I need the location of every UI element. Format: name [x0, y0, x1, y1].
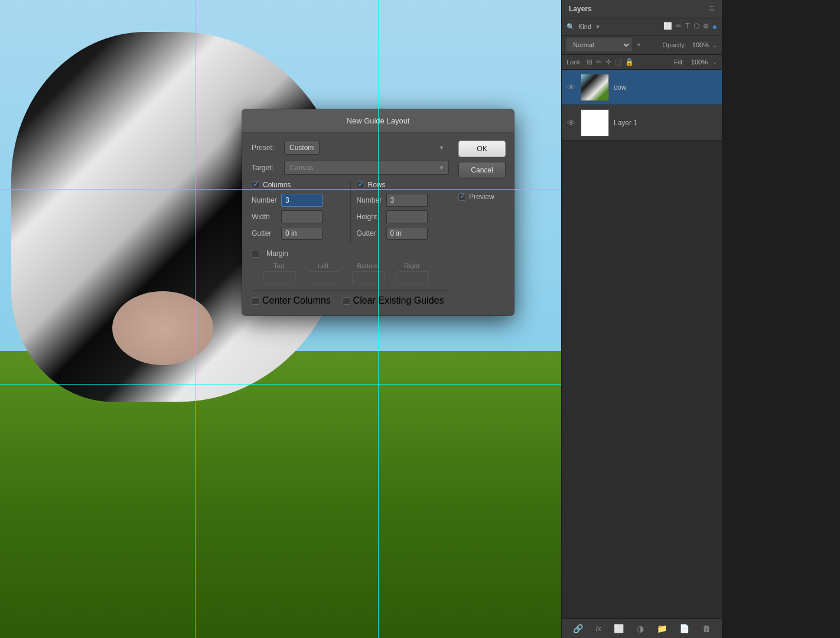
columns-section: Columns Number Width Gutter: [252, 181, 350, 243]
row-gutter-input[interactable]: [386, 227, 428, 240]
delete-layer-icon[interactable]: 🗑: [702, 624, 711, 633]
layers-panel-title: Layers: [569, 5, 592, 13]
col-number-row: Number: [252, 194, 344, 207]
row-height-row: Height: [357, 210, 450, 223]
margin-left-group: Left:: [308, 262, 340, 284]
margin-right-label: Right:: [404, 262, 421, 269]
col-width-row: Width: [252, 210, 344, 223]
panel-header-icons: ☰: [709, 5, 715, 13]
adjustment-icon[interactable]: ◑: [637, 624, 644, 633]
row-number-input[interactable]: [386, 194, 428, 207]
add-mask-icon[interactable]: ⬜: [614, 624, 624, 633]
margin-label: Margin: [266, 249, 288, 258]
target-select[interactable]: Canvas: [284, 161, 449, 175]
row-gutter-row: Gutter: [357, 227, 450, 240]
brush-filter-icon[interactable]: ✏: [676, 22, 682, 31]
col-width-input[interactable]: [281, 210, 323, 223]
margin-top-input[interactable]: [263, 271, 296, 284]
layer-visibility-cow[interactable]: 👁: [566, 83, 576, 92]
margin-checkbox[interactable]: [252, 250, 259, 258]
dialog-side-buttons: OK Cancel Preview: [458, 132, 514, 315]
fx-icon[interactable]: fx: [595, 624, 601, 633]
bottom-checkboxes: Center Columns Clear Existing Guides: [252, 290, 449, 306]
layer-name-layer1: Layer 1: [614, 119, 637, 127]
row-height-input[interactable]: [386, 210, 428, 223]
filter-icons: ⬜ ✏ T ⬡ ⊕ ●: [663, 22, 717, 31]
filter-dropdown-arrow: ▼: [595, 24, 601, 30]
cancel-button[interactable]: Cancel: [458, 162, 506, 178]
margin-right-input[interactable]: [396, 271, 429, 284]
col-gutter-row: Gutter: [252, 227, 344, 240]
row-gutter-label: Gutter: [357, 229, 386, 237]
layer-item-layer1[interactable]: 👁 Layer 1: [562, 105, 722, 141]
panel-toolbar: 🔗 fx ⬜ ◑ 📁 📄 🗑: [562, 619, 722, 638]
lock-all-icon[interactable]: 🔒: [625, 58, 634, 66]
guide-vertical-1: [195, 0, 196, 638]
panel-menu-icon[interactable]: ☰: [709, 5, 715, 13]
filter-row: 🔍 Kind ▼ ⬜ ✏ T ⬡ ⊕ ●: [562, 18, 722, 35]
layer-item-cow[interactable]: 👁 cow: [562, 70, 722, 105]
clear-guides-label[interactable]: Clear Existing Guides: [343, 295, 444, 306]
center-columns-label[interactable]: Center Columns: [252, 295, 331, 306]
col-width-label: Width: [252, 213, 281, 221]
blend-mode-select[interactable]: Normal: [566, 38, 631, 51]
rows-header: Rows: [357, 181, 450, 189]
guide-vertical-2: [378, 0, 379, 638]
new-layer-icon[interactable]: 📄: [679, 624, 689, 633]
col-number-label: Number: [252, 196, 281, 204]
layers-panel: Layers ☰ 🔍 Kind ▼ ⬜ ✏ T ⬡ ⊕ ● Normal ▼ O…: [561, 0, 722, 638]
margin-right-group: Right:: [396, 262, 429, 284]
layer-visibility-layer1[interactable]: 👁: [566, 118, 576, 128]
fill-label: Fill:: [674, 58, 684, 66]
margin-row: Margin: [252, 249, 449, 258]
margin-bottom-input[interactable]: [352, 271, 385, 284]
lock-move-icon[interactable]: ✛: [605, 58, 611, 66]
sections-container: Columns Number Width Gutter: [252, 181, 449, 243]
col-number-input[interactable]: [281, 194, 323, 207]
target-row: Target: Canvas: [252, 161, 449, 175]
lock-icons: ⊞ ✏ ✛ ⬚ 🔒: [587, 58, 634, 66]
fill-arrows: ⌄: [712, 59, 717, 65]
preview-checkbox[interactable]: [458, 193, 466, 201]
lock-pixels-icon[interactable]: ⊞: [587, 58, 592, 66]
layer-thumb-layer1: [581, 109, 609, 136]
center-columns-text: Center Columns: [262, 295, 331, 306]
col-gutter-label: Gutter: [252, 229, 281, 237]
target-label: Target:: [252, 164, 284, 172]
pixel-filter-icon[interactable]: ⬜: [663, 22, 672, 31]
columns-header: Columns: [252, 181, 344, 189]
preset-select[interactable]: Custom: [284, 141, 320, 155]
center-columns-checkbox[interactable]: [252, 297, 259, 305]
clear-guides-checkbox[interactable]: [343, 297, 350, 305]
opacity-arrows: ⌄: [712, 42, 717, 48]
group-layers-icon[interactable]: 📁: [657, 624, 667, 633]
ok-button[interactable]: OK: [458, 141, 506, 157]
margin-top-group: Top:: [263, 262, 296, 284]
cow-nose: [112, 291, 213, 365]
type-filter-icon[interactable]: T: [685, 22, 689, 31]
blend-dropdown-icon: ▼: [636, 42, 642, 48]
layer-thumb-cow-image: [581, 74, 608, 100]
col-gutter-input[interactable]: [281, 227, 323, 240]
row-number-label: Number: [357, 196, 386, 204]
layer-thumb-cow: [581, 74, 609, 101]
lock-brush-icon[interactable]: ✏: [596, 58, 602, 66]
filter-toggle[interactable]: ●: [712, 22, 717, 31]
link-layers-icon[interactable]: 🔗: [573, 624, 583, 633]
opacity-value: 100%: [692, 41, 709, 48]
rows-checkbox[interactable]: [357, 181, 364, 189]
columns-checkbox[interactable]: [252, 181, 259, 189]
shape-filter-icon[interactable]: ⬡: [694, 22, 699, 31]
smart-filter-icon[interactable]: ⊕: [703, 22, 709, 31]
layer-name-cow: cow: [614, 83, 626, 92]
margin-left-label: Left:: [318, 262, 330, 269]
lock-label: Lock:: [566, 58, 582, 66]
dialog-main: Preset: Custom Target: Canvas: [242, 132, 458, 315]
preview-area: Preview: [458, 193, 506, 201]
rows-section: Rows Number Height Gutter: [350, 181, 450, 243]
lock-artboard-icon[interactable]: ⬚: [615, 58, 621, 66]
margin-left-input[interactable]: [308, 271, 340, 284]
fill-value: 100%: [691, 58, 708, 66]
guide-horizontal-1: [0, 189, 561, 190]
preset-select-wrapper: Custom: [284, 141, 449, 155]
